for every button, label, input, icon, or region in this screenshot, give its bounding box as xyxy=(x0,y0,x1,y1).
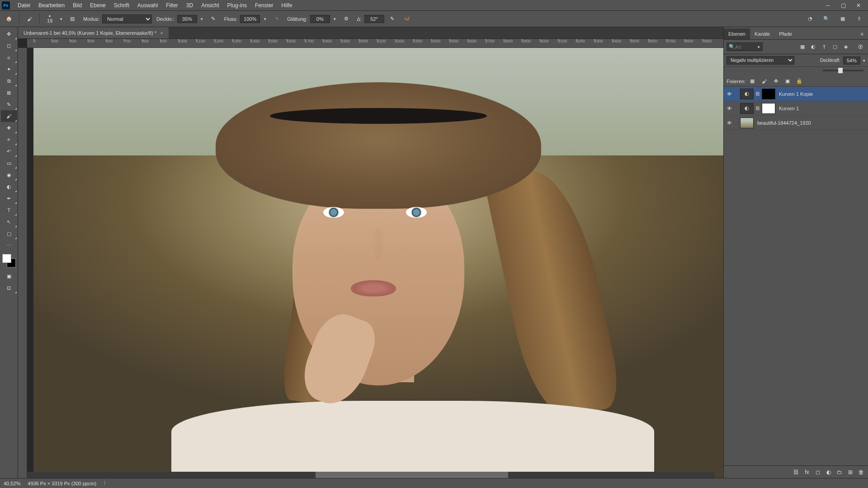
tab-kanale[interactable]: Kanäle xyxy=(750,28,774,39)
menu-datei[interactable]: Datei xyxy=(14,0,34,10)
menu-auswahl[interactable]: Auswahl xyxy=(133,0,162,10)
menu-bild[interactable]: Bild xyxy=(69,0,86,10)
adjustment-thumb[interactable]: ◐ xyxy=(740,103,754,114)
color-swatches[interactable] xyxy=(2,254,16,267)
more-tools[interactable]: ⋯ xyxy=(1,239,17,251)
tab-ebenen[interactable]: Ebenen xyxy=(724,28,750,39)
filter-toggle-icon[interactable]: ⦿ xyxy=(855,42,865,52)
fx-icon[interactable]: fx xyxy=(802,467,812,477)
menu-plugins[interactable]: Plug-ins xyxy=(223,0,251,10)
link-icon[interactable]: ⛓ xyxy=(755,106,760,111)
visibility-toggle[interactable]: 👁 xyxy=(726,105,733,112)
symmetry-icon[interactable]: 🦋 xyxy=(401,13,413,25)
smoothing-input[interactable] xyxy=(310,15,330,23)
layer-row[interactable]: 👁 ◐ ⛓ Kurven 1 Kopie xyxy=(724,87,868,101)
brush-preset-picker[interactable]: ●19 xyxy=(43,13,56,25)
zoom-level[interactable]: 40,52% xyxy=(4,481,20,486)
quick-mask-tool[interactable]: ▣ xyxy=(1,270,17,282)
quick-select-tool[interactable]: ✦ xyxy=(1,63,17,75)
chevron-down-icon[interactable]: ▾ xyxy=(758,45,760,49)
airbrush-icon[interactable]: ৲ xyxy=(270,13,283,25)
blur-tool[interactable]: ◉ xyxy=(1,169,17,181)
layer-name[interactable]: beautiful-1844724_1920 xyxy=(757,120,811,126)
mask-icon[interactable]: ◻ xyxy=(813,467,823,477)
image-thumb[interactable] xyxy=(740,117,754,128)
menu-schrift[interactable]: Schrift xyxy=(110,0,133,10)
adjustment-icon[interactable]: ◐ xyxy=(824,467,834,477)
home-icon[interactable]: 🏠 xyxy=(3,13,15,25)
chevron-down-icon[interactable]: ▾ xyxy=(863,58,865,63)
brush-tool[interactable]: 🖌 xyxy=(1,110,17,122)
marquee-tool[interactable]: ◻ xyxy=(1,40,17,52)
angle-input[interactable] xyxy=(364,15,384,23)
chevron-down-icon[interactable]: ▾ xyxy=(58,15,64,23)
new-layer-icon[interactable]: ⊞ xyxy=(845,467,855,477)
menu-3d[interactable]: 3D xyxy=(182,0,197,10)
group-icon[interactable]: 🗀 xyxy=(835,467,844,477)
lock-position-icon[interactable]: ✥ xyxy=(771,76,781,86)
minimize-button[interactable]: ─ xyxy=(820,0,835,11)
adjustment-thumb[interactable]: ◐ xyxy=(740,89,754,99)
vertical-ruler[interactable] xyxy=(18,48,27,478)
brush-panel-toggle[interactable]: ▨ xyxy=(66,13,79,25)
layer-opacity-input[interactable] xyxy=(843,56,860,65)
chevron-down-icon[interactable]: ▾ xyxy=(262,15,268,23)
mask-thumb[interactable] xyxy=(762,89,775,99)
maximize-button[interactable]: ▢ xyxy=(835,0,851,11)
link-layers-icon[interactable]: ⛓ xyxy=(791,467,801,477)
workspace-icon[interactable]: ▦ xyxy=(836,13,849,25)
filter-pixel-icon[interactable]: ▦ xyxy=(797,42,807,52)
crop-tool[interactable]: ⧉ xyxy=(1,75,17,87)
layer-row[interactable]: 👁 beautiful-1844724_1920 xyxy=(724,116,868,130)
filter-adjust-icon[interactable]: ◐ xyxy=(808,42,818,52)
horizontal-scrollbar[interactable] xyxy=(27,472,714,478)
flow-input[interactable] xyxy=(240,15,260,23)
menu-hilfe[interactable]: Hilfe xyxy=(278,0,297,10)
frame-tool[interactable]: ⊠ xyxy=(1,87,17,99)
close-button[interactable]: ✕ xyxy=(851,0,866,11)
chevron-down-icon[interactable]: ▾ xyxy=(199,15,205,23)
lock-pixels-icon[interactable]: 🖌 xyxy=(759,76,769,86)
menu-ansicht[interactable]: Ansicht xyxy=(197,0,223,10)
layer-filter-search[interactable]: 🔍 ▾ xyxy=(726,42,763,51)
menu-bearbeiten[interactable]: Bearbeiten xyxy=(34,0,69,10)
menu-filter[interactable]: Filter xyxy=(162,0,182,10)
panel-menu-icon[interactable]: ≡ xyxy=(856,28,868,39)
layer-name[interactable]: Kurven 1 Kopie xyxy=(779,91,813,97)
brush-tool-icon[interactable]: 🖌 xyxy=(23,13,36,25)
smoothing-options-icon[interactable]: ⚙ xyxy=(340,13,353,25)
pen-tool[interactable]: ✒ xyxy=(1,192,17,204)
lock-artboard-icon[interactable]: ▣ xyxy=(783,76,793,86)
document-tab[interactable]: Unbenannt-1 bei 40,5% (Kurven 1 Kopie, E… xyxy=(18,27,169,38)
doc-dimensions[interactable]: 4936 Px × 3319 Px (300 ppcm) xyxy=(28,481,96,486)
type-tool[interactable]: T xyxy=(1,204,17,216)
opacity-slider[interactable] xyxy=(724,67,868,76)
lock-transparency-icon[interactable]: ▦ xyxy=(747,76,757,86)
blend-mode-select[interactable]: Negativ multiplizieren xyxy=(726,56,794,65)
menu-fenster[interactable]: Fenster xyxy=(251,0,278,10)
filter-type-icon[interactable]: T xyxy=(819,42,829,52)
lasso-tool[interactable]: ⌾ xyxy=(1,52,17,63)
shape-tool[interactable]: ▢ xyxy=(1,228,17,239)
lock-all-icon[interactable]: 🔒 xyxy=(794,76,804,86)
move-tool[interactable]: ✥ xyxy=(1,28,17,40)
clone-tool[interactable]: ⧧ xyxy=(1,134,17,145)
horizontal-ruler[interactable]: 0300400500600700800900100011001200130014… xyxy=(27,39,723,48)
mask-thumb[interactable] xyxy=(762,103,775,114)
scrollbar-thumb[interactable] xyxy=(316,472,508,478)
foreground-color[interactable] xyxy=(2,254,11,263)
visibility-toggle[interactable]: 👁 xyxy=(726,119,733,127)
blend-mode-select[interactable]: Normal xyxy=(102,14,152,23)
dodge-tool[interactable]: ◐ xyxy=(1,181,17,192)
close-tab-icon[interactable]: × xyxy=(160,30,163,36)
chevron-down-icon[interactable]: ▾ xyxy=(332,15,338,23)
visibility-toggle[interactable]: 👁 xyxy=(726,90,733,98)
layer-name[interactable]: Kurven 1 xyxy=(779,106,799,111)
filter-shape-icon[interactable]: ▢ xyxy=(830,42,840,52)
pressure-opacity-icon[interactable]: ✎ xyxy=(207,13,220,25)
layer-row[interactable]: 👁 ◐ ⛓ Kurven 1 xyxy=(724,101,868,116)
delete-icon[interactable]: 🗑 xyxy=(856,467,866,477)
healing-tool[interactable]: ✚ xyxy=(1,122,17,134)
menu-ebene[interactable]: Ebene xyxy=(86,0,110,10)
filter-smart-icon[interactable]: ◈ xyxy=(841,42,851,52)
